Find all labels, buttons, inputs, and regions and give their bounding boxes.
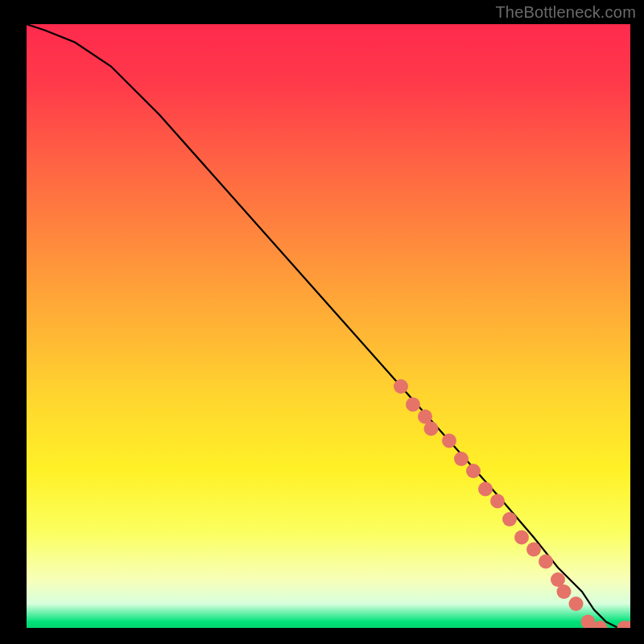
data-markers — [394, 379, 630, 628]
data-marker — [539, 555, 553, 569]
data-marker — [394, 379, 408, 394]
data-marker — [490, 494, 505, 509]
curve-line — [27, 24, 630, 628]
chart-area — [27, 24, 630, 628]
chart-overlay — [27, 24, 630, 628]
data-marker — [424, 422, 439, 436]
stage: TheBottleneck.com — [0, 0, 644, 644]
data-marker — [569, 597, 584, 611]
watermark-text: TheBottleneck.com — [495, 3, 636, 22]
data-marker — [454, 452, 469, 466]
data-marker — [442, 434, 456, 448]
data-marker — [514, 530, 529, 545]
data-marker — [466, 464, 481, 478]
data-marker — [526, 543, 541, 557]
data-marker — [478, 482, 493, 497]
data-marker — [502, 512, 517, 526]
data-marker — [557, 584, 572, 599]
data-marker — [581, 615, 596, 629]
data-marker — [406, 398, 420, 412]
